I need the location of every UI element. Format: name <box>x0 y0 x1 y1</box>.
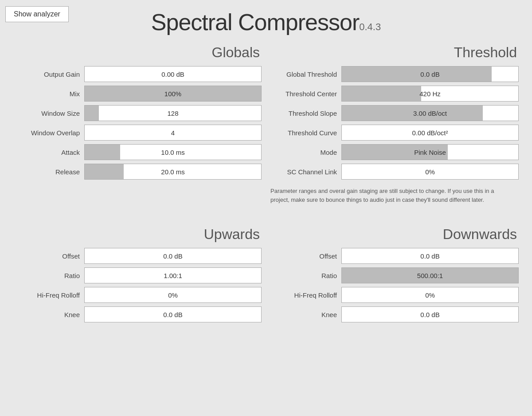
param-value: 0.00 dB/oct² <box>342 129 518 137</box>
param-row: Offset0.0 dB <box>13 248 262 264</box>
app-version: 0.4.3 <box>359 21 381 32</box>
param-label: Offset <box>13 252 84 260</box>
param-row: Ratio1.00:1 <box>13 267 262 283</box>
param-value: 0% <box>342 168 518 176</box>
param-row: Offset0.0 dB <box>270 248 519 264</box>
param-row: Mix100% <box>13 86 262 102</box>
param-control[interactable]: Pink Noise <box>341 144 519 160</box>
param-value: 0.0 dB <box>85 311 261 318</box>
param-control[interactable]: 4 <box>84 125 262 141</box>
param-control[interactable]: 10.0 ms <box>84 144 262 160</box>
param-label: Mode <box>270 149 341 156</box>
param-value: 10.0 ms <box>85 149 261 156</box>
param-value: 20.0 ms <box>85 168 261 176</box>
param-row: Release20.0 ms <box>13 164 262 180</box>
param-label: Threshold Center <box>270 90 341 98</box>
app-title-area: Spectral Compressor0.4.3 <box>0 0 532 40</box>
threshold-panel: Threshold Global Threshold0.0 dBThreshol… <box>270 44 519 204</box>
param-row: Window Size128 <box>13 105 262 121</box>
app-main-title: Spectral Compressor <box>151 9 359 35</box>
param-value: 1.00:1 <box>85 272 261 279</box>
param-label: Hi-Freq Rolloff <box>13 291 84 299</box>
upwards-params: Offset0.0 dBRatio1.00:1Hi-Freq Rolloff0%… <box>13 248 262 322</box>
param-value: 0.0 dB <box>342 311 518 318</box>
param-row: ModePink Noise <box>270 144 519 160</box>
threshold-section-title: Threshold <box>270 44 519 61</box>
param-control[interactable]: 0.0 dB <box>341 248 519 264</box>
param-value: 3.00 dB/oct <box>342 110 518 117</box>
param-value: 0.0 dB <box>85 252 261 260</box>
param-control[interactable]: 0.0 dB <box>341 66 519 82</box>
param-control[interactable]: 1.00:1 <box>84 267 262 283</box>
param-control[interactable]: 420 Hz <box>341 86 519 102</box>
show-analyzer-button[interactable]: Show analyzer <box>5 6 69 22</box>
param-label: Knee <box>13 311 84 318</box>
param-control[interactable]: 0.0 dB <box>84 306 262 322</box>
param-row: Threshold Center420 Hz <box>270 86 519 102</box>
param-row: Threshold Curve0.00 dB/oct² <box>270 125 519 141</box>
upwards-section-title: Upwards <box>13 226 262 243</box>
param-label: Window Size <box>13 110 84 117</box>
param-label: Attack <box>13 149 84 156</box>
downwards-params: Offset0.0 dBRatio500.00:1Hi-Freq Rolloff… <box>270 248 519 322</box>
param-control[interactable]: 0.0 dB <box>341 306 519 322</box>
param-value: 500.00:1 <box>342 272 518 279</box>
param-control[interactable]: 20.0 ms <box>84 164 262 180</box>
globals-section-title: Globals <box>13 44 262 61</box>
param-row: SC Channel Link0% <box>270 164 519 180</box>
param-control[interactable]: 0.00 dB/oct² <box>341 125 519 141</box>
param-label: Offset <box>270 252 341 260</box>
upwards-panel: Upwards Offset0.0 dBRatio1.00:1Hi-Freq R… <box>13 226 262 326</box>
param-value: 0% <box>342 291 518 299</box>
param-control[interactable]: 0.0 dB <box>84 248 262 264</box>
param-control[interactable]: 0.00 dB <box>84 66 262 82</box>
param-control[interactable]: 100% <box>84 86 262 102</box>
param-control[interactable]: 500.00:1 <box>341 267 519 283</box>
param-label: Release <box>13 168 84 176</box>
param-control[interactable]: 0% <box>341 287 519 303</box>
param-row: Threshold Slope3.00 dB/oct <box>270 105 519 121</box>
param-row: Hi-Freq Rolloff0% <box>13 287 262 303</box>
param-value: 420 Hz <box>342 90 518 98</box>
bottom-panels: Upwards Offset0.0 dBRatio1.00:1Hi-Freq R… <box>0 222 532 339</box>
param-label: Mix <box>13 90 84 98</box>
param-row: Ratio500.00:1 <box>270 267 519 283</box>
param-value: 100% <box>85 90 261 98</box>
globals-panel: Globals Output Gain0.00 dBMix100%Window … <box>13 44 262 204</box>
param-label: Ratio <box>270 272 341 279</box>
param-value: 0% <box>85 291 261 299</box>
param-row: Attack10.0 ms <box>13 144 262 160</box>
param-row: Output Gain0.00 dB <box>13 66 262 82</box>
param-control[interactable]: 3.00 dB/oct <box>341 105 519 121</box>
globals-params: Output Gain0.00 dBMix100%Window Size128W… <box>13 66 262 180</box>
param-value: Pink Noise <box>342 149 518 156</box>
param-value: 0.00 dB <box>85 71 261 78</box>
param-value: 0.0 dB <box>342 71 518 78</box>
param-control[interactable]: 0% <box>84 287 262 303</box>
param-control[interactable]: 0% <box>341 164 519 180</box>
param-row: Knee0.0 dB <box>270 306 519 322</box>
param-row: Hi-Freq Rolloff0% <box>270 287 519 303</box>
param-row: Global Threshold0.0 dB <box>270 66 519 82</box>
main-content: Globals Output Gain0.00 dBMix100%Window … <box>0 40 532 217</box>
param-label: Output Gain <box>13 71 84 78</box>
param-label: Threshold Curve <box>270 129 341 137</box>
param-label: Hi-Freq Rolloff <box>270 291 341 299</box>
param-value: 128 <box>85 110 261 117</box>
param-row: Window Overlap4 <box>13 125 262 141</box>
downwards-panel: Downwards Offset0.0 dBRatio500.00:1Hi-Fr… <box>270 226 519 326</box>
param-value: 0.0 dB <box>342 252 518 260</box>
param-label: Threshold Slope <box>270 110 341 117</box>
param-control[interactable]: 128 <box>84 105 262 121</box>
param-row: Knee0.0 dB <box>13 306 262 322</box>
param-value: 4 <box>85 129 261 137</box>
param-label: Ratio <box>13 272 84 279</box>
param-label: Window Overlap <box>13 129 84 137</box>
param-label: Global Threshold <box>270 71 341 78</box>
downwards-section-title: Downwards <box>270 226 519 243</box>
threshold-params: Global Threshold0.0 dBThreshold Center42… <box>270 66 519 180</box>
param-label: SC Channel Link <box>270 168 341 176</box>
param-label: Knee <box>270 311 341 318</box>
disclaimer-text: Parameter ranges and overal gain staging… <box>270 183 510 204</box>
